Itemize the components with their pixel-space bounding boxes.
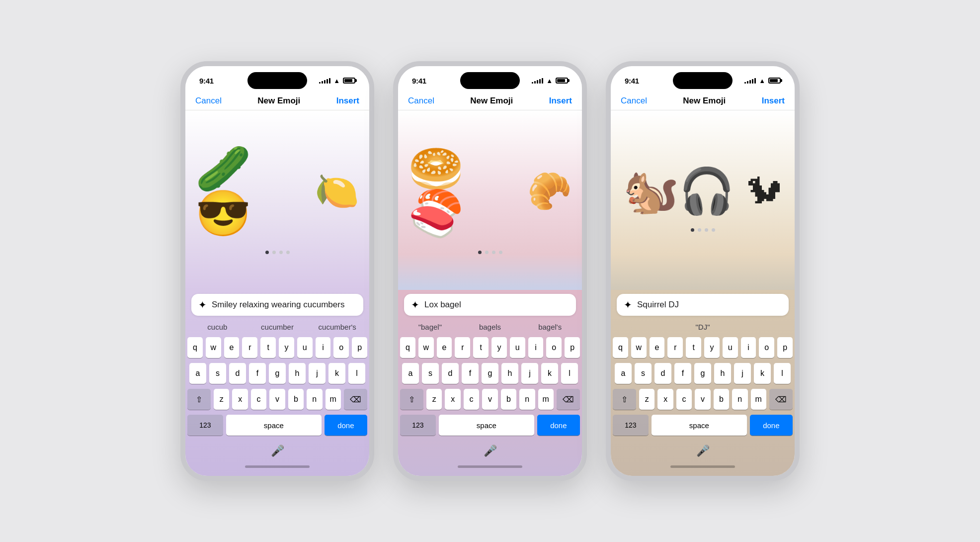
key-t-3[interactable]: t (686, 337, 701, 358)
shift-key-2[interactable]: ⇧ (400, 389, 423, 410)
key-c-1[interactable]: c (251, 389, 266, 410)
emoji-primary-2[interactable]: 🥯🍣 (408, 146, 515, 236)
key-d-1[interactable]: d (229, 363, 246, 384)
emoji-primary-3[interactable]: 🐿️🎧 (623, 169, 735, 213)
key-m-3[interactable]: m (751, 389, 766, 410)
space-key-3[interactable]: space (652, 415, 747, 436)
key-l-2[interactable]: l (561, 363, 578, 384)
input-text-1[interactable]: Smiley relaxing wearing cucumbers (212, 300, 356, 310)
backspace-key-1[interactable]: ⌫ (344, 389, 367, 410)
key-w-3[interactable]: w (631, 337, 647, 358)
key-d-2[interactable]: d (442, 363, 459, 384)
dot-1-1[interactable] (272, 251, 276, 254)
key-h-3[interactable]: h (714, 363, 731, 384)
done-key-3[interactable]: done (750, 415, 793, 436)
pred-word-1-2[interactable]: cucumber's (307, 321, 367, 333)
key-s-2[interactable]: s (422, 363, 439, 384)
key-d-3[interactable]: d (654, 363, 671, 384)
input-field-1[interactable]: ✦ Smiley relaxing wearing cucumbers (191, 294, 363, 316)
key-g-3[interactable]: g (694, 363, 711, 384)
key-q-2[interactable]: q (400, 337, 415, 358)
key-y-1[interactable]: y (279, 337, 294, 358)
insert-button-3[interactable]: Insert (762, 96, 785, 106)
dot-3-0[interactable] (691, 228, 694, 232)
backspace-key-3[interactable]: ⌫ (769, 389, 793, 410)
key-f-3[interactable]: f (674, 363, 691, 384)
key-y-3[interactable]: y (704, 337, 720, 358)
dot-2-0[interactable] (478, 251, 482, 254)
dot-2-2[interactable] (492, 251, 495, 254)
key-v-2[interactable]: v (482, 389, 497, 410)
key-k-3[interactable]: k (754, 363, 771, 384)
key-q-1[interactable]: q (187, 337, 203, 358)
key-k-2[interactable]: k (541, 363, 558, 384)
key-t-1[interactable]: t (260, 337, 276, 358)
pred-word-1-1[interactable]: cucumber (247, 321, 308, 333)
key-a-2[interactable]: a (402, 363, 419, 384)
key-o-3[interactable]: o (759, 337, 774, 358)
insert-button-2[interactable]: Insert (549, 96, 572, 106)
key-w-2[interactable]: w (418, 337, 434, 358)
key-x-2[interactable]: x (445, 389, 460, 410)
num-key-1[interactable]: 123 (187, 415, 223, 436)
cancel-button-3[interactable]: Cancel (621, 96, 647, 106)
key-n-1[interactable]: n (307, 389, 322, 410)
key-r-1[interactable]: r (242, 337, 257, 358)
key-n-3[interactable]: n (732, 389, 747, 410)
key-p-3[interactable]: p (777, 337, 793, 358)
num-key-3[interactable]: 123 (613, 415, 649, 436)
space-key-2[interactable]: space (439, 415, 534, 436)
key-z-1[interactable]: z (214, 389, 229, 410)
key-t-2[interactable]: t (473, 337, 489, 358)
key-l-3[interactable]: l (774, 363, 791, 384)
key-n-2[interactable]: n (519, 389, 535, 410)
key-e-3[interactable]: e (650, 337, 665, 358)
emoji-secondary-1[interactable]: 🍋 (315, 173, 359, 209)
emoji-secondary-2[interactable]: 🥐 (527, 173, 572, 209)
key-u-3[interactable]: u (723, 337, 738, 358)
key-u-2[interactable]: u (510, 337, 525, 358)
key-e-1[interactable]: e (224, 337, 240, 358)
key-c-2[interactable]: c (464, 389, 479, 410)
dot-1-3[interactable] (286, 251, 290, 254)
key-g-1[interactable]: g (269, 363, 286, 384)
space-key-1[interactable]: space (226, 415, 322, 436)
key-j-1[interactable]: j (309, 363, 326, 384)
input-text-2[interactable]: Lox bagel (424, 300, 569, 310)
key-j-2[interactable]: j (521, 363, 538, 384)
key-u-1[interactable]: u (297, 337, 313, 358)
key-a-3[interactable]: a (615, 363, 632, 384)
key-q-3[interactable]: q (613, 337, 628, 358)
key-i-3[interactable]: i (741, 337, 756, 358)
key-c-3[interactable]: c (676, 389, 692, 410)
dot-1-0[interactable] (265, 251, 269, 254)
input-text-3[interactable]: Squirrel DJ (637, 300, 782, 310)
key-h-1[interactable]: h (289, 363, 306, 384)
num-key-2[interactable]: 123 (400, 415, 436, 436)
key-k-1[interactable]: k (328, 363, 345, 384)
backspace-key-2[interactable]: ⌫ (557, 389, 580, 410)
key-w-1[interactable]: w (206, 337, 221, 358)
key-v-1[interactable]: v (269, 389, 285, 410)
pred-word-3-0[interactable]: "DJ" (613, 321, 793, 333)
pred-word-2-1[interactable]: bagels (460, 321, 520, 333)
key-z-2[interactable]: z (426, 389, 442, 410)
dot-3-1[interactable] (698, 228, 701, 232)
key-s-3[interactable]: s (635, 363, 652, 384)
key-j-3[interactable]: j (734, 363, 751, 384)
dot-2-1[interactable] (485, 251, 489, 254)
key-r-3[interactable]: r (667, 337, 683, 358)
key-i-2[interactable]: i (528, 337, 544, 358)
cancel-button-2[interactable]: Cancel (408, 96, 434, 106)
key-v-3[interactable]: v (695, 389, 710, 410)
key-b-3[interactable]: b (714, 389, 729, 410)
mic-icon-2[interactable]: 🎤 (484, 445, 497, 457)
dot-3-2[interactable] (705, 228, 708, 232)
key-x-1[interactable]: x (232, 389, 247, 410)
key-b-2[interactable]: b (501, 389, 516, 410)
key-b-1[interactable]: b (288, 389, 304, 410)
key-s-1[interactable]: s (209, 363, 226, 384)
pred-word-2-0[interactable]: "bagel" (400, 321, 460, 333)
key-l-1[interactable]: l (348, 363, 365, 384)
key-i-1[interactable]: i (316, 337, 331, 358)
